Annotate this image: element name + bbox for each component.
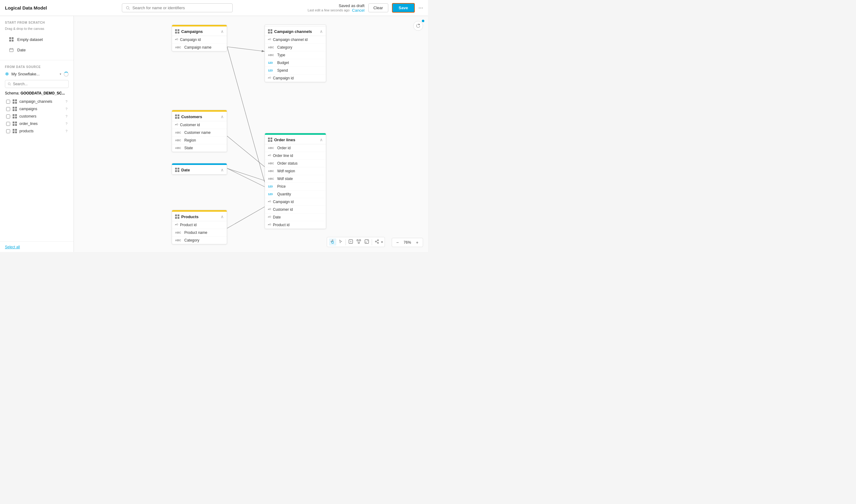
campaign-channels-collapse-icon[interactable]: ∧ [320,29,323,34]
save-button[interactable]: Save [392,3,415,13]
table-checkbox-products[interactable] [6,129,10,133]
table-item-customers[interactable]: customers ? [5,113,69,120]
cc-field-spend: 123 Spend [265,67,326,74]
campaign-channels-card[interactable]: Campaign channels ∧ Campaign channel id … [265,24,326,82]
zoom-level: 76% [402,240,413,245]
search-bar[interactable] [122,3,233,12]
grid-icon-date [175,168,179,172]
grid-icon-products [175,214,179,219]
start-section-label: START FROM SCRATCH [5,21,69,24]
main-layout: START FROM SCRATCH Drag & drop to the ca… [0,16,428,252]
zoom-in-button[interactable]: + [414,239,420,246]
empty-dataset-label: Empty dataset [17,37,43,42]
table-checkbox-campaigns[interactable] [6,107,10,111]
start-section-sub: Drag & drop to the canvas [5,27,69,31]
start-section: START FROM SCRATCH Drag & drop to the ca… [0,16,73,57]
fit-view-button[interactable] [347,238,355,246]
cust-field-name: ABC Customer name [172,129,227,137]
date-card-header: Date ∧ [172,165,227,175]
help-icon-customers[interactable]: ? [66,114,67,118]
more-button[interactable]: ··· [418,5,423,11]
cc-field-budget: 123 Budget [265,59,326,67]
dropdown-arrow-icon[interactable]: ▾ [60,72,61,76]
campaigns-card[interactable]: Campaigns ∧ Campaign id ABC Campaign nam… [172,24,227,51]
table-checkbox-order-lines[interactable] [6,122,10,126]
order-lines-collapse-icon[interactable]: ∧ [320,137,323,142]
date-card[interactable]: Date ∧ [172,163,227,175]
key-icon-ol3 [268,208,271,211]
search-icon-small [8,82,11,86]
table-search-box[interactable] [5,80,69,88]
clear-button[interactable]: Clear [368,3,388,12]
toolbar-separator-1 [345,239,346,245]
products-collapse-icon[interactable]: ∧ [220,214,224,219]
table-item-products[interactable]: products ? [5,127,69,135]
help-icon-products[interactable]: ? [66,129,67,133]
table-item-order-lines[interactable]: order_lines ? [5,120,69,127]
table-checkbox-customers[interactable] [6,114,10,119]
campaigns-collapse-icon[interactable]: ∧ [220,29,224,34]
share-button[interactable] [373,238,381,246]
cust-field-region: ABC Region [172,137,227,144]
search-input[interactable] [132,5,229,10]
order-lines-card[interactable]: Order lines ∧ ABC Order id Order line id… [265,133,326,229]
auto-layout-button[interactable] [355,238,362,246]
cursor-tool-button[interactable] [337,238,344,246]
customers-card[interactable]: Customers ∧ Customer id ABC Customer nam… [172,110,227,152]
cc-field-id: Campaign channel id [265,36,326,44]
campaign-channels-card-header: Campaign channels ∧ [265,26,326,36]
table-item-campaign-channels[interactable]: campaign_channels ? [5,98,69,105]
key-icon-ol [268,154,271,157]
notification-dot [422,20,424,22]
empty-dataset-item[interactable]: Empty dataset [5,34,69,44]
key-icon [175,38,178,41]
svg-point-25 [377,242,379,244]
help-icon-order-lines[interactable]: ? [66,122,67,126]
help-icon-campaigns[interactable]: ? [66,107,67,111]
minimap-button[interactable] [363,238,371,246]
sidebar: START FROM SCRATCH Drag & drop to the ca… [0,16,74,252]
table-name-campaigns: campaigns [19,107,63,111]
svg-rect-2 [10,49,13,52]
select-all-link[interactable]: Select all [5,245,20,249]
campaigns-field-campaign-id: Campaign id [172,36,227,44]
date-card-title: Date [181,168,190,172]
ol-field-price: 123 Price [265,183,326,191]
prod-field-name: ABC Product name [172,229,227,237]
products-card[interactable]: Products ∧ Product id ABC Product name A… [172,210,227,244]
app-title: Logical Data Model [5,5,47,11]
date-item[interactable]: Date [5,44,69,55]
grid-icon [8,37,14,42]
products-card-title: Products [181,214,198,219]
table-item-campaigns[interactable]: campaigns ? [5,105,69,113]
pan-tool-button[interactable] [329,238,336,246]
search-icon [126,6,130,10]
refresh-button[interactable] [413,21,423,31]
help-icon-campaign-channels[interactable]: ? [66,100,67,103]
svg-rect-20 [365,240,369,244]
customers-collapse-icon[interactable]: ∧ [220,114,224,119]
draft-status: Saved as draft Last edit a few seconds a… [308,3,364,13]
zoom-out-button[interactable]: − [394,239,400,246]
table-search-input[interactable] [13,82,66,86]
products-card-header: Products ∧ [172,212,227,221]
date-collapse-icon[interactable]: ∧ [220,167,224,172]
svg-rect-17 [357,240,358,241]
ol-field-campaign-id: Campaign id [265,198,326,206]
ol-field-status: ABC Order status [265,160,326,167]
cc-field-type: ABC Type [265,51,326,59]
key-icon-prod [175,223,178,227]
customers-card-title: Customers [181,114,202,119]
canvas[interactable]: Campaigns ∧ Campaign id ABC Campaign nam… [74,16,428,252]
order-lines-card-header: Order lines ∧ [265,135,326,144]
key-icon-cc [268,38,271,41]
svg-line-9 [227,47,265,182]
table-checkbox-campaign-channels[interactable] [6,100,10,104]
cancel-button[interactable]: Cancel [352,8,364,13]
ol-field-customer-id: Customer id [265,206,326,214]
source-name: My Snowflake... [12,72,57,76]
svg-rect-18 [359,240,361,241]
svg-point-0 [126,6,129,9]
source-section: FROM DATA SOURCE ❄ My Snowflake... ▾ Sch… [0,63,73,137]
share-dropdown-icon[interactable]: ▾ [381,240,383,244]
